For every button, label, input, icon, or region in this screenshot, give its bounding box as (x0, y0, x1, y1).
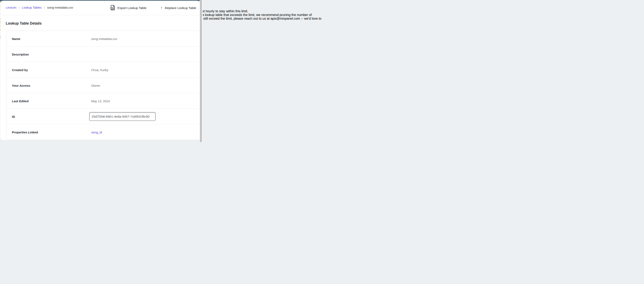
upload-arrow-icon: ↑ (160, 6, 163, 10)
lexicon-panel: Lexicon›Lookup Tables›song-metadata.csv … (0, 1, 200, 140)
apis-email-link[interactable]: apis@mixpanel.com (270, 17, 300, 20)
pane-divider[interactable] (203, 0, 205, 142)
row-label: ID (12, 115, 15, 118)
row-label: Properties Linked (12, 131, 38, 134)
table-row-description: Description (6, 46, 200, 62)
lookup-table-details-card: Name song-metadata.csv Description Creat… (6, 31, 200, 140)
table-row-id: ID (6, 109, 200, 124)
row-label: Created by (12, 68, 28, 72)
row-label: Your Access (12, 84, 30, 87)
csv-file-icon: csv (110, 5, 115, 11)
breadcrumb-lexicon[interactable]: Lexicon (6, 6, 16, 9)
row-label: Name (12, 37, 20, 40)
export-lookup-table-button[interactable]: csv Export Lookup Table (110, 1, 146, 15)
table-row-created-by: Created by Chua, Kurby (6, 62, 200, 78)
song-id-property-link[interactable]: song_id (91, 131, 102, 134)
left-panel-scrollbar[interactable] (200, 0, 203, 142)
export-button-label: Export Lookup Table (118, 6, 146, 10)
left-panel-scrollbar-thumb[interactable] (200, 0, 202, 142)
row-label: Last Edited (12, 99, 28, 103)
row-value: May 13, 2024 (91, 99, 110, 103)
breadcrumb-separator: › (44, 6, 45, 9)
row-label: Description (12, 52, 29, 56)
lookup-table-id-field[interactable] (89, 112, 156, 121)
breadcrumb-current-file: song-metadata.csv (47, 6, 73, 9)
svg-text:csv: csv (111, 7, 114, 9)
breadcrumb-separator: › (19, 6, 20, 9)
breadcrumb-lookup-tables[interactable]: Lookup Tables (22, 6, 42, 9)
page-title: Lookup Table Details (6, 21, 42, 26)
row-value: song-metadata.csv (91, 37, 117, 40)
replace-lookup-table-button[interactable]: ↑ Replace Lookup Table (160, 1, 196, 15)
table-row-properties-linked: Properties Linked song_id (6, 124, 200, 140)
replace-button-label: Replace Lookup Table (165, 6, 196, 10)
table-row-your-access: Your Access Owner (6, 78, 200, 93)
table-row-last-edited: Last Edited May 13, 2024 (6, 93, 200, 109)
table-row-name: Name song-metadata.csv (6, 31, 200, 46)
row-value: Chua, Kurby (91, 68, 108, 72)
breadcrumb: Lexicon›Lookup Tables›song-metadata.csv (6, 6, 73, 9)
row-value: Owner (91, 84, 100, 87)
lexicon-header: Lexicon›Lookup Tables›song-metadata.csv … (0, 1, 200, 15)
